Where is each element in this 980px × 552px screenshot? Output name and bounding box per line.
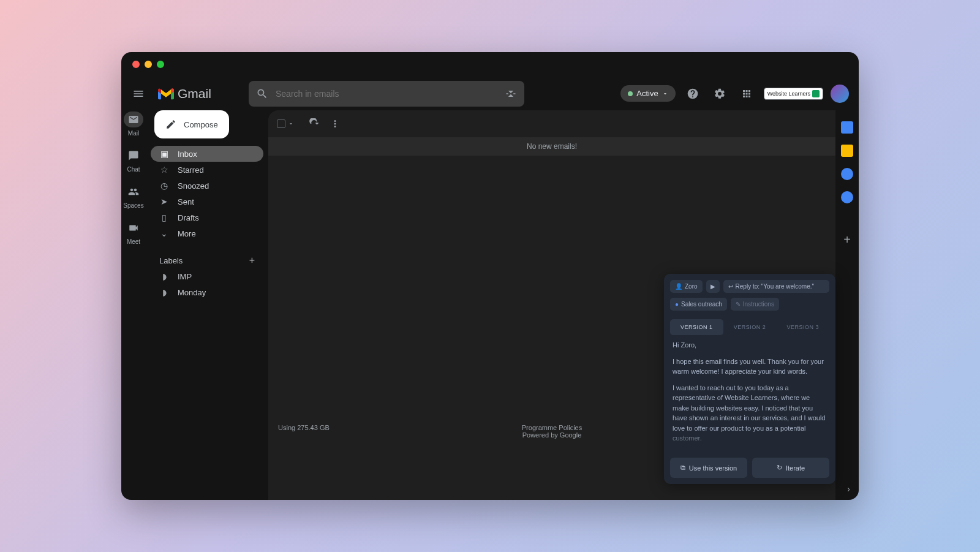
keep-addon[interactable] [841,145,853,157]
status-dot-icon [628,91,633,96]
tasks-addon[interactable] [841,168,853,180]
calendar-addon[interactable] [841,121,853,134]
gmail-logo[interactable]: Gmail [158,86,241,101]
search-options-icon[interactable] [505,88,517,100]
person-icon: 👤 [675,283,682,290]
chat-icon [128,150,139,161]
tab-version-3[interactable]: VERSION 3 [776,319,829,335]
inbox-icon: ▣ [159,149,169,159]
mail-icon [128,114,139,125]
refresh-button[interactable] [309,118,320,129]
storage-usage: Using 275.43 GB [278,424,461,439]
nav-snoozed[interactable]: ◷Snoozed [151,178,263,194]
apps-grid-icon [741,88,752,99]
ai-compose-panel: 👤Zoro ▶ ↩Reply to: "You are welcome." ●S… [664,274,835,484]
side-panel-toggle[interactable]: › [847,484,850,494]
help-icon [687,88,699,100]
send-icon: ➤ [159,197,169,206]
instructions-chip[interactable]: ✎Instructions [731,298,779,311]
search-bar[interactable] [249,81,524,107]
flag-icon: ▶ [710,283,715,290]
search-icon [256,88,268,100]
rail-mail[interactable]: Mail [124,112,143,137]
apps-button[interactable] [737,84,756,104]
pencil-icon [165,119,176,130]
nav-starred[interactable]: ☆Starred [151,162,263,178]
copy-icon: ⧉ [680,464,685,472]
empty-state: No new emails! [268,137,835,156]
star-icon: ☆ [159,165,169,175]
topic-icon: ● [675,301,679,308]
account-avatar[interactable] [831,85,849,103]
mail-toolbar [268,110,835,137]
settings-button[interactable] [710,84,729,104]
status-chip[interactable]: Active [620,85,675,102]
window-close-button[interactable] [132,61,140,68]
clock-icon: ◷ [159,181,169,191]
nav-inbox[interactable]: ▣Inbox [151,146,263,162]
nav-list: ▣Inbox ☆Starred ◷Snoozed ➤Sent ▯Drafts ⌄… [151,146,263,241]
compose-button[interactable]: Compose [154,110,229,138]
chevron-down-icon: ⌄ [159,229,169,238]
meet-icon [128,222,139,233]
checkbox-icon [277,119,285,128]
chevron-down-icon [288,121,294,127]
window-maximize-button[interactable] [157,61,164,68]
main-menu-button[interactable] [126,81,151,106]
reply-icon: ↩ [728,283,733,290]
workspace-badge-icon [812,90,820,97]
status-label: Active [636,89,658,98]
nav-more[interactable]: ⌄More [151,225,263,241]
more-button[interactable] [330,118,341,129]
gmail-icon [158,88,174,100]
flag-chip[interactable]: ▶ [706,280,720,293]
iterate-button[interactable]: ↻Iterate [752,458,829,478]
label-icon: ◗ [159,271,169,281]
search-input[interactable] [276,89,497,99]
help-button[interactable] [683,84,703,104]
draft-icon: ▯ [159,213,169,222]
get-addons-button[interactable]: + [843,233,851,247]
rail-meet[interactable]: Meet [124,220,143,245]
add-label-button[interactable]: + [249,255,255,266]
label-icon: ◗ [159,287,169,297]
nav-drafts[interactable]: ▯Drafts [151,210,263,225]
reply-context-chip[interactable]: ↩Reply to: "You are welcome." [723,280,829,293]
gear-icon [714,88,726,100]
app-window: Gmail Active Website Learners [121,52,859,500]
contacts-addon[interactable] [841,191,853,203]
titlebar [121,52,859,77]
right-side-panel: + [835,110,859,247]
programme-policies-link[interactable]: Programme Policies [461,424,643,431]
gmail-logo-text: Gmail [178,86,211,101]
chevron-down-icon [662,91,668,97]
refresh-icon: ↻ [777,464,782,472]
label-imp[interactable]: ◗IMP [151,268,263,284]
app-rail: Mail Chat Spaces Meet [121,110,146,500]
tab-version-1[interactable]: VERSION 1 [670,319,723,335]
nav-sent[interactable]: ➤Sent [151,194,263,210]
labels-header: Labels + [151,252,263,268]
label-monday[interactable]: ◗Monday [151,284,263,300]
spaces-icon [128,186,139,197]
topbar: Gmail Active Website Learners [121,77,859,110]
powered-by: Powered by Google [461,431,643,439]
rail-chat[interactable]: Chat [124,148,143,173]
generated-email-body: Hi Zoro, I hope this email finds you wel… [670,340,829,450]
window-minimize-button[interactable] [145,61,152,68]
select-all-checkbox[interactable] [277,119,294,128]
tab-version-2[interactable]: VERSION 2 [723,319,777,335]
use-version-button[interactable]: ⧉Use this version [670,458,747,478]
recipient-chip[interactable]: 👤Zoro [670,280,703,293]
rail-spaces[interactable]: Spaces [123,184,143,209]
version-tabs: VERSION 1 VERSION 2 VERSION 3 [670,319,829,335]
pencil-icon: ✎ [736,301,741,308]
workspace-badge[interactable]: Website Learners [764,88,823,100]
sidebar: Compose ▣Inbox ☆Starred ◷Snoozed ➤Sent ▯… [146,110,268,500]
topic-chip[interactable]: ●Sales outreach [670,298,727,311]
